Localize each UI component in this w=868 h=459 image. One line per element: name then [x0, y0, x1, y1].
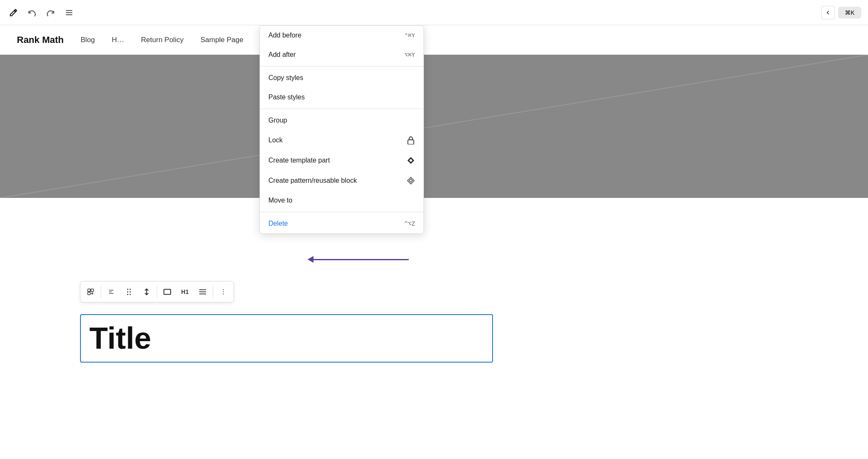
pattern-icon	[407, 176, 415, 185]
nav-item-h[interactable]: H…	[112, 36, 124, 44]
menu-item-paste-styles[interactable]: Paste styles	[260, 88, 423, 107]
menu-item-create-template[interactable]: Create template part	[260, 150, 423, 171]
arrow-line	[313, 259, 409, 260]
block-tool-justify[interactable]	[194, 283, 211, 300]
toolbar-right: ⌘K	[821, 6, 861, 19]
collapse-button[interactable]	[821, 6, 835, 19]
block-tool-drag[interactable]	[121, 283, 137, 300]
svg-rect-17	[164, 289, 171, 294]
divider-1	[101, 286, 101, 298]
menu-item-create-pattern[interactable]: Create pattern/reusable block	[260, 171, 423, 191]
block-tool-align[interactable]	[159, 283, 176, 300]
nav-brand: Rank Math	[17, 35, 64, 45]
menu-item-copy-styles[interactable]: Copy styles	[260, 68, 423, 88]
cmd-k-button[interactable]: ⌘K	[838, 7, 861, 19]
menu-item-add-after[interactable]: Add after ⌥⌘Y	[260, 45, 423, 64]
block-toolbar-wrap: H1	[80, 281, 234, 302]
svg-point-15	[127, 294, 129, 295]
block-toolbar: H1	[80, 281, 234, 302]
delete-label: Delete	[268, 220, 288, 227]
main-content: Rank Math Blog H… Return Policy Sample P…	[0, 25, 868, 459]
nav-bar: Rank Math Blog H… Return Policy Sample P…	[0, 25, 868, 55]
svg-rect-5	[88, 289, 90, 291]
create-pattern-label: Create pattern/reusable block	[268, 177, 357, 184]
create-template-label: Create template part	[268, 157, 330, 164]
delete-shortcut: ^⌥Z	[405, 220, 415, 227]
add-after-shortcut: ⌥⌘Y	[405, 51, 415, 58]
menu-divider-3	[260, 212, 423, 212]
arrow-head	[308, 256, 313, 263]
block-tool-link[interactable]	[82, 283, 99, 300]
top-toolbar: ⌘K	[0, 0, 868, 25]
menu-item-move-to[interactable]: Move to	[260, 191, 423, 210]
add-after-label: Add after	[268, 51, 296, 59]
svg-rect-7	[88, 292, 90, 295]
svg-marker-27	[407, 177, 414, 184]
block-tool-more[interactable]	[215, 283, 232, 300]
svg-point-14	[130, 291, 131, 293]
menu-button[interactable]	[62, 6, 76, 19]
pen-button[interactable]	[7, 6, 20, 19]
template-icon	[407, 156, 415, 165]
group-label: Group	[268, 117, 287, 124]
svg-point-23	[223, 294, 224, 294]
nav-item-sample[interactable]: Sample Page	[201, 36, 244, 44]
svg-rect-24	[408, 140, 414, 144]
menu-item-lock[interactable]: Lock	[260, 130, 423, 150]
divider-2	[157, 286, 157, 298]
menu-divider-2	[260, 109, 423, 109]
menu-item-group[interactable]: Group	[260, 111, 423, 130]
divider-3	[213, 286, 213, 298]
svg-marker-28	[409, 179, 413, 182]
svg-point-13	[127, 291, 129, 293]
block-tool-h1[interactable]: H1	[177, 283, 193, 300]
cmd-k-label: ⌘K	[845, 9, 855, 16]
redo-button[interactable]	[44, 6, 57, 19]
title-text: Title	[89, 321, 151, 355]
add-before-label: Add before	[268, 32, 301, 39]
title-block[interactable]: Title	[80, 314, 493, 363]
svg-point-11	[127, 289, 129, 290]
nav-item-return[interactable]: Return Policy	[141, 36, 184, 44]
svg-rect-6	[91, 289, 94, 291]
svg-point-21	[223, 289, 224, 290]
move-to-label: Move to	[268, 197, 292, 204]
arrow-annotation	[308, 256, 409, 263]
block-tool-move[interactable]	[138, 283, 155, 300]
lock-label: Lock	[268, 136, 283, 144]
context-menu: Add before ⌃⌘Y Add after ⌥⌘Y Copy styles…	[260, 25, 424, 234]
paste-styles-label: Paste styles	[268, 93, 305, 101]
copy-styles-label: Copy styles	[268, 74, 303, 82]
block-tool-text[interactable]	[103, 283, 120, 300]
undo-button[interactable]	[25, 6, 39, 19]
nav-item-blog[interactable]: Blog	[80, 36, 95, 44]
svg-point-22	[223, 291, 224, 292]
h1-label: H1	[181, 288, 189, 295]
lock-icon	[407, 136, 415, 144]
menu-item-delete[interactable]: Delete ^⌥Z	[260, 214, 423, 233]
add-before-shortcut: ⌃⌘Y	[405, 32, 415, 39]
svg-point-12	[130, 289, 131, 290]
svg-point-16	[130, 294, 131, 295]
menu-item-add-before[interactable]: Add before ⌃⌘Y	[260, 26, 423, 45]
hero-area	[0, 55, 868, 198]
menu-divider-1	[260, 66, 423, 67]
